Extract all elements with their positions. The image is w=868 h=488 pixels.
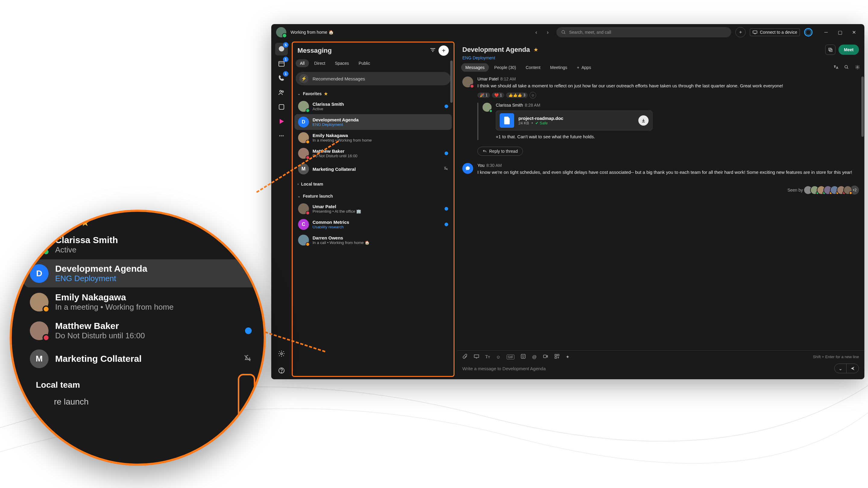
search-input[interactable]: Search, meet, and call xyxy=(556,27,731,37)
svg-rect-17 xyxy=(829,48,831,51)
list-item[interactable]: Darren OwensIn a call • Working from hom… xyxy=(294,232,452,248)
list-item[interactable]: C Common MetricsUsability research xyxy=(294,217,452,232)
send-button[interactable] xyxy=(846,364,859,373)
conversation-subtitle[interactable]: ENG Deployment xyxy=(457,56,864,60)
tab-messages[interactable]: Messages xyxy=(461,63,489,72)
reaction[interactable]: ❤️1 xyxy=(492,93,504,98)
pop-out-button[interactable] xyxy=(825,44,835,55)
messaging-title: Messaging xyxy=(298,47,332,55)
highlight-box xyxy=(238,374,255,419)
add-reaction-button[interactable]: ☺ xyxy=(530,92,536,98)
whiteboard-button[interactable] xyxy=(554,354,560,360)
tab-meetings[interactable]: Meetings xyxy=(546,63,571,72)
list-item[interactable]: M Marketing Collateral xyxy=(294,161,452,177)
self-status[interactable]: Working from home🏠 xyxy=(290,30,334,35)
download-button[interactable] xyxy=(638,116,649,126)
house-icon: 🏠 xyxy=(329,30,334,35)
list-item[interactable]: D Development AgendaENG Deployment xyxy=(294,114,452,130)
zoom-callout: vorites★ Clarissa SmithActive D Developm… xyxy=(10,210,266,466)
activity-indicator-icon[interactable] xyxy=(804,28,812,36)
rail-calendar[interactable]: 1 xyxy=(275,57,288,70)
screenshot-button[interactable] xyxy=(474,354,479,359)
tab-people[interactable]: People (30) xyxy=(490,63,520,72)
close-button[interactable]: ✕ xyxy=(847,28,861,37)
rail-settings[interactable] xyxy=(275,347,288,360)
back-button[interactable]: ‹ xyxy=(532,29,541,36)
list-item[interactable]: Clarissa SmithActive xyxy=(24,231,258,259)
star-icon[interactable]: ★ xyxy=(533,46,538,53)
section-feature-launch[interactable]: ⌄ Feature launch xyxy=(293,191,454,201)
gif-button[interactable]: GIF xyxy=(507,355,515,359)
new-message-button[interactable]: + xyxy=(438,45,449,56)
tab-all[interactable]: All xyxy=(296,59,309,67)
record-button[interactable] xyxy=(543,354,548,360)
filter-button[interactable] xyxy=(430,48,435,53)
maximize-button[interactable]: ▢ xyxy=(833,28,847,37)
tab-content[interactable]: Content xyxy=(521,63,545,72)
svg-rect-5 xyxy=(279,61,284,66)
tab-direct[interactable]: Direct xyxy=(310,59,330,67)
reply-icon xyxy=(483,149,487,153)
format-button[interactable]: Tт xyxy=(485,354,490,359)
reaction[interactable]: 🎉1 xyxy=(477,93,490,98)
reply-thread-button[interactable]: Reply to thread xyxy=(477,147,523,156)
bitmoji-button[interactable] xyxy=(521,354,526,360)
message-text: I know we're on tight schedules, and eve… xyxy=(477,169,859,176)
svg-rect-30 xyxy=(555,357,556,358)
self-avatar[interactable] xyxy=(276,27,286,37)
space-settings-button[interactable] xyxy=(855,64,860,71)
section-favorites[interactable]: ⌄ Favorites ★ xyxy=(293,89,454,98)
chevron-down-icon: ⌄ xyxy=(298,194,301,198)
list-item[interactable]: Matthew BakerDo Not Disturb until 16:00 xyxy=(24,317,258,345)
avatar[interactable] xyxy=(462,163,473,174)
rail-more[interactable]: ••• xyxy=(275,130,288,142)
rail-help[interactable] xyxy=(275,364,288,377)
unread-dot xyxy=(444,104,448,108)
avatar[interactable] xyxy=(462,76,473,87)
mention-button[interactable]: @ xyxy=(532,354,536,359)
history-nav: ‹ › xyxy=(532,29,552,36)
scrollbar[interactable] xyxy=(450,61,453,103)
send-group: ⌄ xyxy=(834,364,859,373)
send-options-button[interactable]: ⌄ xyxy=(835,364,846,373)
rail-contacts[interactable] xyxy=(275,86,288,99)
messaging-tabs: All Direct Spaces Public xyxy=(293,57,454,70)
apps-plus-icon xyxy=(554,354,560,359)
tab-spaces[interactable]: Spaces xyxy=(331,59,353,67)
rail-vidcast[interactable] xyxy=(275,115,288,128)
tab-public[interactable]: Public xyxy=(354,59,374,67)
seen-avatar[interactable] xyxy=(843,186,852,195)
scrollbar[interactable] xyxy=(861,76,864,137)
emoji-button[interactable]: ☺ xyxy=(496,354,501,359)
forward-button[interactable]: › xyxy=(543,29,552,36)
avatar[interactable] xyxy=(483,103,492,112)
attach-button[interactable] xyxy=(462,354,468,360)
list-item[interactable]: Clarissa SmithActive xyxy=(294,98,452,114)
svg-rect-2 xyxy=(753,31,757,33)
device-icon xyxy=(752,30,757,34)
search-in-space-button[interactable] xyxy=(844,64,849,71)
message: You8:30 AM I know we're on tight schedul… xyxy=(462,163,859,176)
recommended-bar[interactable]: ⚡ Recommended Messages xyxy=(296,72,451,85)
list-item[interactable]: Emily NakagawaIn a meeting • Working fro… xyxy=(24,288,258,316)
ai-button[interactable]: ✦ xyxy=(566,354,569,360)
file-attachment[interactable]: project-roadmap.doc 24 KB•✔ Safe xyxy=(496,110,652,130)
rail-apps[interactable] xyxy=(275,101,288,113)
list-item[interactable]: M Marketing Collateral xyxy=(24,345,258,372)
connect-device-button[interactable]: Connect to a device xyxy=(750,28,800,36)
meet-button[interactable]: Meet xyxy=(838,44,859,55)
list-item[interactable]: Umar PatelPresenting • At the office 🏢 xyxy=(294,201,452,217)
list-item[interactable]: Emily NakagawaIn a meeting • Working fro… xyxy=(294,130,452,145)
rail-chat[interactable]: 5 xyxy=(275,43,288,56)
minimize-button[interactable]: ─ xyxy=(819,28,833,37)
reaction[interactable]: 👍👍👍3 xyxy=(506,93,528,98)
messaging-panel: Messaging + All Direct Spaces Public ⚡ R… xyxy=(292,41,455,377)
conversation-title: Development Agenda xyxy=(462,46,530,54)
new-button[interactable]: + xyxy=(735,27,746,37)
translate-button[interactable] xyxy=(833,64,838,71)
tab-add-apps[interactable]: + Apps xyxy=(572,63,595,72)
section-local-team[interactable]: › Local team xyxy=(293,179,454,189)
list-item[interactable]: D Development AgendaENG Deployment xyxy=(24,259,258,287)
composer-input[interactable]: Write a message to Development Agenda xyxy=(462,366,831,371)
rail-calls[interactable]: 1 xyxy=(275,72,288,84)
